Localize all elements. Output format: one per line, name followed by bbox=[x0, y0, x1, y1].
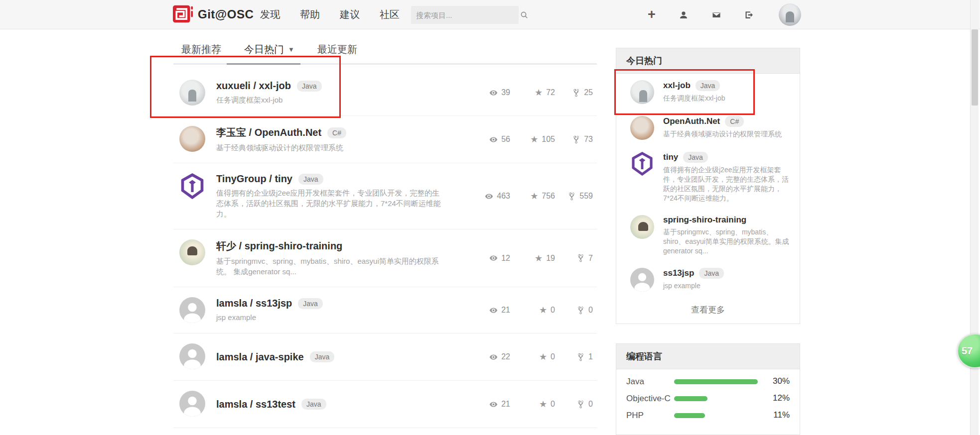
project-title-link[interactable]: 轩少 / spring-shiro-training bbox=[216, 239, 342, 253]
project-title-link[interactable]: TinyGroup / tiny bbox=[216, 173, 292, 185]
hot-item-title-link[interactable]: xxl-job bbox=[663, 81, 691, 91]
language-badge: Java bbox=[298, 298, 323, 309]
project-avatar[interactable] bbox=[179, 239, 205, 265]
hot-item-title-link[interactable]: tiny bbox=[663, 152, 678, 162]
hot-item-title-link[interactable]: OpenAuth.Net bbox=[663, 116, 720, 126]
project-description: jsp example bbox=[216, 312, 443, 323]
search-box bbox=[411, 6, 519, 24]
fork-count[interactable]: 7 bbox=[562, 254, 593, 263]
main-nav: 发现 帮助 建议 社区 bbox=[260, 0, 400, 29]
star-count[interactable]: ★ 0 bbox=[517, 306, 555, 315]
nav-item-suggest[interactable]: 建议 bbox=[340, 8, 360, 21]
fork-count[interactable]: 0 bbox=[562, 306, 593, 315]
feed-tabs: 最新推荐 今日热门 ▼ 最近更新 bbox=[173, 43, 597, 65]
fork-count[interactable]: 0 bbox=[562, 400, 593, 409]
project-title-link[interactable]: xuxueli / xxl-job bbox=[216, 80, 291, 92]
star-count[interactable]: ★ 105 bbox=[517, 135, 555, 144]
language-name: Objective-C bbox=[626, 393, 674, 404]
tab-today-hot[interactable]: 今日热门 ▼ bbox=[244, 43, 294, 56]
project-row[interactable]: 轩少 / spring-shiro-training 基于springmvc、s… bbox=[173, 229, 597, 287]
star-count[interactable]: ★ 72 bbox=[517, 88, 555, 97]
watch-count[interactable]: 39 bbox=[471, 88, 510, 97]
star-icon: ★ bbox=[535, 88, 543, 97]
project-title-link[interactable]: lamsla / ss13test bbox=[216, 399, 295, 410]
project-avatar[interactable] bbox=[179, 343, 205, 369]
tab-latest-recommend[interactable]: 最新推荐 bbox=[181, 43, 221, 56]
languages-title: 编程语言 bbox=[616, 344, 800, 369]
eye-icon bbox=[489, 400, 498, 409]
fork-count[interactable]: 73 bbox=[562, 135, 593, 144]
brand-logo-link[interactable]: Git@OSC bbox=[173, 4, 254, 24]
watch-count[interactable]: 12 bbox=[471, 254, 510, 263]
project-row[interactable]: 李玉宝 / OpenAuth.Net C# 基于经典领域驱动设计的权限管理系统 … bbox=[173, 115, 597, 163]
star-count[interactable]: ★ 0 bbox=[517, 352, 555, 361]
scrollbar-thumb[interactable] bbox=[972, 29, 978, 106]
watch-count[interactable]: 21 bbox=[471, 306, 510, 315]
search-icon[interactable] bbox=[520, 6, 528, 24]
language-row: Objective-C 12% bbox=[626, 393, 790, 404]
user-avatar[interactable] bbox=[779, 3, 801, 26]
project-row[interactable]: lamsla / ss13test Java 21 ★ 0 0 bbox=[173, 380, 597, 428]
watch-count[interactable]: 463 bbox=[471, 192, 510, 201]
nav-item-help[interactable]: 帮助 bbox=[300, 8, 320, 21]
star-count[interactable]: ★ 19 bbox=[517, 254, 555, 263]
floating-badge-count: 57 bbox=[958, 345, 973, 357]
project-avatar[interactable] bbox=[179, 173, 205, 199]
vertical-scrollbar[interactable] bbox=[970, 0, 979, 435]
user-icon[interactable] bbox=[679, 10, 689, 20]
project-row[interactable]: xuxueli / xxl-job Java 任务调度框架xxl-job 39 … bbox=[173, 70, 597, 115]
nav-item-discover[interactable]: 发现 bbox=[260, 8, 280, 21]
hot-item[interactable]: spring-shiro-training 基于springmvc、spring… bbox=[616, 209, 800, 261]
watch-count[interactable]: 21 bbox=[471, 400, 510, 409]
fork-icon bbox=[576, 353, 585, 361]
project-list: xuxueli / xxl-job Java 任务调度框架xxl-job 39 … bbox=[173, 64, 597, 435]
star-icon: ★ bbox=[535, 254, 543, 263]
new-project-icon[interactable]: + bbox=[648, 8, 656, 21]
project-row[interactable]: TinyGroup / tiny Java 值得拥有的企业级j2ee应用开发框架… bbox=[173, 163, 597, 229]
hot-item-avatar[interactable] bbox=[630, 116, 654, 140]
project-row[interactable]: lamsla / java-spike Java 22 ★ 0 1 bbox=[173, 333, 597, 380]
project-description: 任务调度框架xxl-job bbox=[216, 95, 443, 105]
messages-icon[interactable] bbox=[711, 10, 721, 20]
project-description: 基于经典领域驱动设计的权限管理系统 bbox=[216, 142, 443, 153]
project-title-link[interactable]: lamsla / java-spike bbox=[216, 351, 304, 363]
project-row[interactable]: lamsla / ss13jll ★ bbox=[173, 428, 597, 435]
hot-item[interactable]: ss13jsp Java jsp example bbox=[616, 261, 800, 297]
project-avatar[interactable] bbox=[179, 126, 205, 152]
hot-item-avatar[interactable] bbox=[630, 80, 654, 104]
search-input[interactable] bbox=[411, 11, 520, 19]
hot-item[interactable]: tiny Java 值得拥有的企业级j2ee应用开发框架套件，专业团队开发，完整… bbox=[616, 145, 800, 209]
star-count[interactable]: ★ 756 bbox=[517, 192, 555, 201]
hot-item[interactable]: OpenAuth.Net C# 基于经典领域驱动设计的权限管理系统 bbox=[616, 109, 800, 145]
project-title-link[interactable]: lamsla / ss13jsp bbox=[216, 298, 292, 309]
project-avatar[interactable] bbox=[179, 80, 205, 106]
page: Git@OSC 发现 帮助 建议 社区 + bbox=[0, 0, 980, 435]
language-percent: 11% bbox=[763, 410, 790, 420]
nav-item-community[interactable]: 社区 bbox=[380, 8, 400, 21]
project-avatar[interactable] bbox=[179, 391, 205, 417]
fork-count[interactable]: 25 bbox=[562, 88, 593, 97]
fork-count[interactable]: 1 bbox=[562, 352, 593, 361]
star-count[interactable]: ★ 0 bbox=[517, 400, 555, 409]
hot-item[interactable]: xxl-job Java 任务调度框架xxl-job bbox=[616, 74, 800, 109]
fork-count[interactable]: 559 bbox=[562, 192, 593, 201]
hot-item-title-link[interactable]: ss13jsp bbox=[663, 268, 694, 278]
see-more-link[interactable]: 查看更多 bbox=[616, 297, 800, 324]
watch-count[interactable]: 56 bbox=[471, 135, 510, 144]
logout-icon[interactable] bbox=[744, 10, 754, 20]
project-title-link[interactable]: 李玉宝 / OpenAuth.Net bbox=[216, 126, 321, 139]
project-row[interactable]: lamsla / ss13jsp Java jsp example 21 ★ 0… bbox=[173, 287, 597, 333]
hot-item-avatar[interactable] bbox=[630, 152, 654, 176]
tiny-logo-icon bbox=[630, 152, 654, 176]
person-silhouette-icon bbox=[179, 343, 205, 369]
project-avatar[interactable] bbox=[179, 297, 205, 323]
star-icon: ★ bbox=[530, 192, 538, 201]
watch-count[interactable]: 22 bbox=[471, 352, 510, 361]
language-badge: Java bbox=[301, 399, 326, 410]
hot-item-avatar[interactable] bbox=[630, 268, 654, 292]
hot-item-title-link[interactable]: spring-shiro-training bbox=[663, 215, 746, 225]
chevron-down-icon[interactable]: ▼ bbox=[288, 46, 294, 53]
floating-green-badge[interactable]: 57 bbox=[957, 333, 980, 368]
hot-item-avatar[interactable] bbox=[630, 215, 654, 239]
tab-recent-update[interactable]: 最近更新 bbox=[317, 43, 357, 56]
